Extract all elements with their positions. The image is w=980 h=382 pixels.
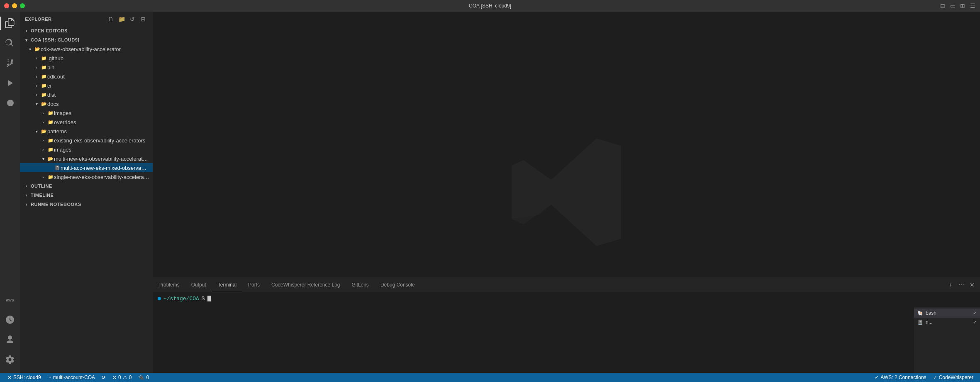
section-coa[interactable]: COA [SSH: CLOUD9] (20, 35, 153, 44)
minimize-button[interactable] (12, 3, 17, 8)
layout-2-icon[interactable]: ⊞ (959, 2, 966, 9)
codewhisperer-check-icon: ✓ (933, 375, 937, 380)
split-editor-icon[interactable]: ⊟ (939, 2, 946, 9)
section-runme-notebooks[interactable]: Runme Notebooks (20, 200, 153, 209)
activity-item-run-debug[interactable] (0, 73, 20, 93)
multi-acc-file-label: multi-acc-new-eks-mixed-observability.md (61, 165, 149, 171)
folder-open-icon-docs: 📂 (41, 100, 47, 107)
status-branch[interactable]: ⑂ multi-account-COA (45, 373, 98, 382)
terminal-instance-bash[interactable]: 🐚 bash ✓ (914, 309, 980, 318)
tree-item-multi-acc-file[interactable]: 📓 multi-acc-new-eks-mixed-observability.… (20, 163, 153, 172)
bash-check-icon: ✓ (973, 311, 977, 316)
existing-eks-label: existing-eks-observability-accelerators (54, 137, 149, 144)
activity-bar: aws (0, 12, 20, 373)
folder-open-icon-patterns: 📂 (41, 128, 47, 135)
section-timeline[interactable]: Timeline (20, 191, 153, 200)
timeline-label: Timeline (31, 193, 54, 198)
tree-item-ci[interactable]: 📁 ci (20, 81, 153, 90)
collapse-all-button[interactable]: ⊟ (139, 15, 148, 24)
tab-codewhisperer[interactable]: CodeWhisperer Reference Log (266, 278, 346, 292)
tab-debug-console[interactable]: Debug Console (375, 278, 421, 292)
images-docs-label: images (54, 110, 149, 116)
new-file-button[interactable]: 🗋 (106, 15, 115, 24)
existing-eks-chevron (40, 137, 46, 144)
extensions-icon (5, 98, 15, 108)
status-errors[interactable]: ⊘ 0 ⚠ 0 (109, 373, 135, 382)
ports-icon: 🔌 (138, 375, 144, 380)
tab-output[interactable]: Output (185, 278, 212, 292)
errors-count: 0 (118, 375, 121, 380)
activity-item-runme[interactable] (0, 310, 20, 330)
images-patterns-label: images (54, 147, 149, 153)
tree-item-dist[interactable]: 📁 dist (20, 90, 153, 99)
refresh-button[interactable]: ↺ (128, 15, 137, 24)
terminal-instance-n[interactable]: 📓 n... ✓ (914, 318, 980, 327)
outline-chevron (23, 183, 30, 189)
section-outline[interactable]: Outline (20, 181, 153, 191)
tree-item-cdk-out[interactable]: 📁 cdk.out (20, 72, 153, 81)
new-folder-button[interactable]: 📁 (117, 15, 126, 24)
ci-chevron (33, 82, 40, 89)
multi-new-eks-chevron (40, 155, 46, 162)
tree-item-bin[interactable]: 📁 bin (20, 63, 153, 72)
patterns-label: patterns (47, 128, 149, 135)
close-button[interactable] (4, 3, 9, 8)
folder-icon-bin: 📁 (41, 64, 47, 71)
folder-icon-cdk-out: 📁 (41, 73, 47, 80)
timeline-chevron (23, 192, 30, 198)
panel-more-button[interactable]: ⋯ (957, 280, 966, 289)
sidebar-actions: 🗋 📁 ↺ ⊟ (106, 15, 148, 24)
maximize-button[interactable] (20, 3, 25, 8)
tree-item-existing-eks[interactable]: 📁 existing-eks-observability-accelerator… (20, 136, 153, 145)
tree-item-github[interactable]: 📁 .github (20, 54, 153, 63)
add-terminal-button[interactable]: + (946, 280, 955, 289)
tree-item-images-docs[interactable]: 📁 images (20, 108, 153, 118)
warnings-count: 0 (129, 375, 132, 380)
tree-item-cdk-aws[interactable]: 📂 cdk-aws-observability-accelerator (20, 44, 153, 54)
tab-ports[interactable]: Ports (242, 278, 266, 292)
terminal-status-dot (158, 297, 161, 300)
section-open-editors[interactable]: Open Editors (20, 26, 153, 35)
vscode-logo (504, 130, 629, 255)
activity-item-source-control[interactable] (0, 53, 20, 73)
terminal-dollar: $ (202, 296, 205, 302)
folder-icon-images-patterns: 📁 (47, 146, 54, 153)
dist-chevron (33, 91, 40, 98)
tree-item-patterns[interactable]: 📂 patterns (20, 127, 153, 136)
tree-item-images-patterns[interactable]: 📁 images (20, 145, 153, 154)
panel-close-button[interactable]: ✕ (968, 280, 977, 289)
cdk-out-chevron (33, 73, 40, 80)
status-ssh[interactable]: ✕ SSH: cloud9 (3, 373, 45, 382)
tree-item-single-new-eks[interactable]: 📁 single-new-eks-observability-accelerat… (20, 172, 153, 181)
cdk-aws-label: cdk-aws-observability-accelerator (41, 46, 149, 52)
bin-label: bin (47, 64, 149, 71)
tree-item-docs[interactable]: 📂 docs (20, 99, 153, 108)
terminal-prompt-line: ~/stage/COA $ (158, 294, 975, 303)
activity-item-extensions[interactable] (0, 93, 20, 113)
activity-bar-bottom: aws (0, 290, 20, 373)
activity-item-aws[interactable]: aws (0, 290, 20, 310)
tree-item-overrides[interactable]: 📁 overrides (20, 118, 153, 127)
tab-terminal[interactable]: Terminal (212, 278, 242, 292)
activity-item-settings[interactable] (0, 350, 20, 370)
tab-gitlens[interactable]: GitLens (346, 278, 375, 292)
tab-problems[interactable]: Problems (153, 278, 185, 292)
status-sync[interactable]: ⟳ (98, 373, 109, 382)
status-codewhisperer[interactable]: ✓ CodeWhisperer (930, 373, 977, 382)
overrides-chevron (40, 119, 46, 125)
sidebar-header: Explorer 🗋 📁 ↺ ⊟ (20, 12, 153, 26)
aws-text: aws (6, 298, 14, 302)
activity-item-search[interactable] (0, 33, 20, 53)
folder-icon-existing-eks: 📁 (47, 137, 54, 144)
activity-item-account[interactable] (0, 330, 20, 350)
layout-icon[interactable]: ▭ (949, 2, 956, 9)
images-docs-chevron (40, 110, 46, 116)
terminal-path: ~/stage/COA (163, 296, 199, 302)
tree-item-multi-new-eks[interactable]: 📂 multi-new-eks-observability-accelerato… (20, 154, 153, 163)
activity-item-explorer[interactable] (0, 13, 20, 33)
folder-icon: 📁 (41, 55, 47, 61)
notebook-terminal-icon: 📓 (917, 320, 923, 325)
status-ports[interactable]: 🔌 0 (135, 373, 152, 382)
status-aws[interactable]: ✓ AWS: 2 Connections (871, 373, 929, 382)
customize-layout-icon[interactable]: ☰ (969, 2, 976, 9)
